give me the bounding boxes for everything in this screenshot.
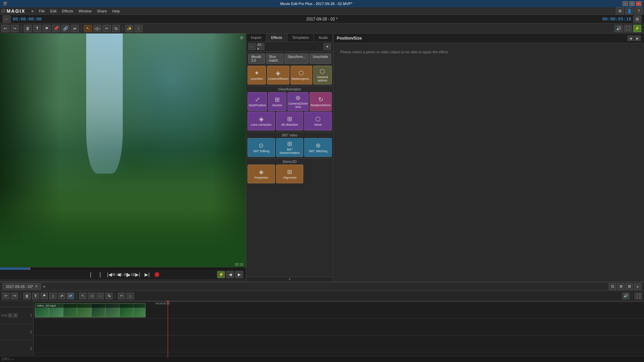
expand-tool[interactable]: ↕ [135, 25, 143, 32]
meralli-preset[interactable]: Meralli 2.0 [248, 54, 265, 64]
effect-lens-correction[interactable]: ◈ Lens correction [248, 112, 275, 130]
tl-fullscreen[interactable]: ⛶ [635, 293, 642, 299]
unschärfe-preset[interactable]: Unschärfe [310, 54, 331, 64]
props-next[interactable]: ▶ [635, 36, 641, 41]
razor-tool[interactable]: ✂ [103, 25, 111, 32]
tl-razor[interactable]: ✂ [118, 293, 125, 299]
effects-filter-btn[interactable]: All ▾ [257, 43, 264, 50]
menu-effects[interactable]: Effects [59, 8, 76, 14]
effect-size-position[interactable]: ⤢ Size/Position [248, 92, 267, 111]
shotmatch-preset[interactable]: Shot match [266, 54, 284, 64]
minimize-button[interactable]: − [623, 1, 628, 6]
close-button[interactable]: × [636, 1, 641, 6]
move-tool[interactable]: ⇆ [112, 25, 120, 32]
back-button[interactable]: ← [3, 15, 11, 23]
effect-camera-zoom[interactable]: ⊛ Camera/Zoom shot [287, 92, 309, 111]
effect-move[interactable]: ⬡ Move [304, 112, 332, 130]
preview-timecode-center: 00:00:05:18 [111, 273, 135, 277]
effect-general-options[interactable]: ⬡ General options [313, 66, 332, 84]
timeline-view-2[interactable]: ⊞ [617, 283, 625, 290]
tl-redo[interactable]: ↪ [11, 293, 18, 299]
tab-effects[interactable]: Effects [266, 34, 287, 42]
bracket-out-button[interactable]: ] [96, 270, 104, 279]
tl-pin[interactable]: | [49, 293, 57, 299]
add-timeline-tab[interactable]: + [43, 284, 46, 289]
pin-button[interactable]: 📌 [52, 25, 60, 32]
tl-volume[interactable]: 🔊 [622, 293, 630, 299]
help-button[interactable]: ? [635, 7, 643, 15]
redo-button[interactable]: ↪ [11, 25, 19, 32]
menu-share[interactable]: Share [94, 8, 109, 14]
tl-select[interactable]: ↖ [79, 293, 87, 299]
timeline-view-4[interactable]: ≡ [634, 283, 641, 290]
preview-scrubber[interactable] [0, 267, 246, 270]
effect-maskengene[interactable]: ⬡ Maskengene... [290, 66, 312, 84]
tl-trim-left[interactable]: ◁ [88, 293, 95, 299]
lightning-button[interactable]: ⚡ [633, 25, 641, 32]
trim-tool[interactable]: ◁▷ [93, 25, 101, 32]
tl-delete[interactable]: 🗑 [23, 293, 31, 299]
next-marker[interactable]: ▶ [235, 271, 243, 278]
tl-marker[interactable]: ⚑ [41, 293, 48, 299]
properties-nav: ◀ ▶ [628, 36, 641, 41]
effects-scroll-indicator[interactable]: ▼ [246, 277, 333, 282]
link-button[interactable]: 🔗 [61, 25, 69, 32]
tab-audio[interactable]: Audio [314, 34, 333, 42]
tl-magic[interactable]: ⇌ [67, 293, 74, 299]
delete-button[interactable]: 🗑 [24, 25, 32, 32]
effect-leuchten[interactable]: ✦ Leuchten [248, 66, 266, 84]
bracket-in-button[interactable]: [ [87, 270, 95, 279]
close-timeline-tab[interactable]: ✕ [35, 284, 38, 289]
effects-back-button[interactable]: ← [248, 43, 256, 50]
settings-button[interactable]: ⚙ [616, 7, 624, 15]
menu-edit[interactable]: Edit [48, 8, 59, 14]
timeline-view-1[interactable]: ⊟ [609, 283, 616, 290]
effect-360-rotation[interactable]: ⊞ 360° Szenenrotation [276, 138, 304, 157]
to-end-button[interactable]: ▶| [143, 270, 151, 279]
leuchten-icon: ✦ [254, 69, 259, 77]
video-clip-1[interactable]: Video_02.mp4 [35, 303, 146, 317]
effect-rotation-mirror[interactable]: ↻ Rotation/Mirror [310, 92, 332, 111]
properties-header: Position/Size ◀ ▶ [333, 34, 644, 43]
tl-link[interactable]: ⇌ [58, 293, 65, 299]
undo-button[interactable]: ↩ [1, 25, 9, 32]
marker-button[interactable]: ⚑ [43, 25, 51, 32]
text-button[interactable]: T [33, 25, 41, 32]
menu-file[interactable]: File [36, 8, 48, 14]
prev-marker[interactable]: ◀ [226, 271, 234, 278]
tab-import[interactable]: Import [246, 34, 266, 42]
maximize-button[interactable]: □ [629, 1, 635, 6]
menu-window[interactable]: Window [76, 8, 94, 14]
effects-scroll-down[interactable]: ▼ [324, 43, 331, 50]
snap-button[interactable]: ⚡ [217, 271, 225, 278]
select-tool[interactable]: ↖ [84, 25, 92, 32]
tl-expand[interactable]: ↕ [126, 293, 134, 299]
track-1-solo[interactable]: ≡ [13, 313, 18, 318]
effects-tool[interactable]: ✨ [125, 25, 133, 32]
effect-360-editing[interactable]: ⊙ 360° Editing [248, 138, 275, 157]
tl-text[interactable]: T [32, 293, 39, 299]
effect-linsenreflexion[interactable]: ◈ Linsenreflexion [267, 66, 289, 84]
tl-undo[interactable]: ↩ [2, 293, 9, 299]
effect-section[interactable]: ⊞ Section [268, 92, 286, 111]
track-1-mute[interactable]: ≡ [8, 313, 12, 318]
tl-arrow-right[interactable]: → [97, 293, 104, 299]
account-button[interactable]: 👤 [625, 7, 633, 15]
hamburger-menu[interactable]: ≡ [29, 8, 36, 14]
effect-properties[interactable]: ◈ Properties [248, 165, 275, 183]
record-button[interactable] [155, 272, 159, 277]
volume-button[interactable]: 🔊 [614, 25, 623, 32]
effect-360-stitching[interactable]: ⊛ 360° Stitching [304, 138, 332, 157]
tl-move[interactable]: ⇆ [105, 293, 113, 299]
slip-button[interactable]: ⇌ [71, 25, 79, 32]
menu-help[interactable]: Help [110, 8, 123, 14]
props-prev[interactable]: ◀ [628, 36, 634, 41]
stanzform-preset[interactable]: Stanzform... [284, 54, 309, 64]
effect-3d-distortion[interactable]: ⊞ 3D distortion [276, 112, 304, 130]
timeline-ruler-tracks: 00:00:00:00 00:01:00:00 00:02:00:00 00:0… [34, 301, 644, 358]
tab-templates[interactable]: Templates [287, 34, 314, 42]
timeline-view-3[interactable]: ⊠ [626, 283, 633, 290]
effect-alignment[interactable]: ⊞ Alignment [276, 165, 304, 183]
view-toggle[interactable]: ⊞ [633, 15, 641, 23]
fullscreen-button[interactable]: ⛶ [624, 25, 632, 32]
